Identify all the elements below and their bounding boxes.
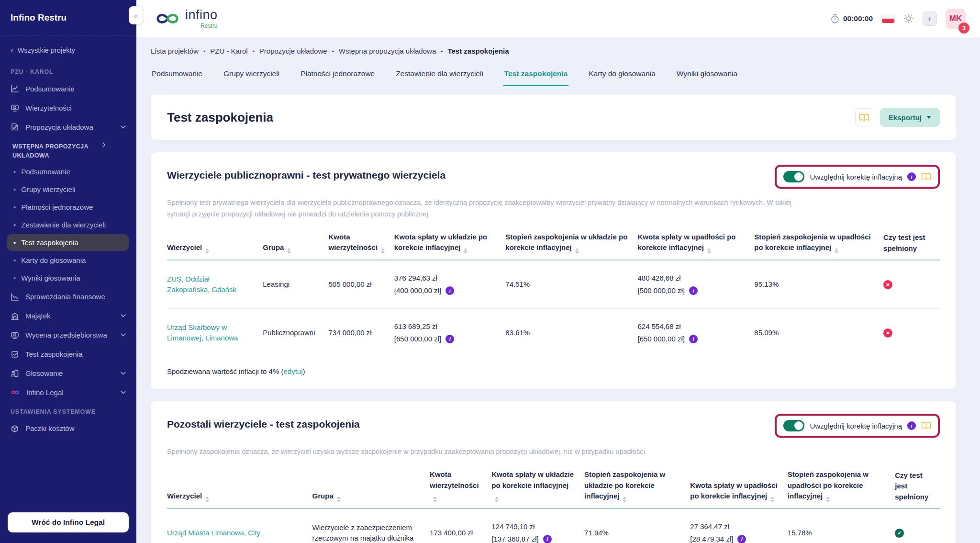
documentation-book-button[interactable] bbox=[855, 108, 873, 126]
session-timer[interactable]: 00:00:00 bbox=[831, 14, 873, 23]
claim-amount-cell: 173 400,00 zł bbox=[430, 529, 473, 537]
sidebar-item-sprawozdania-finansowe[interactable]: Sprawozdania finansowe bbox=[0, 287, 136, 306]
breadcrumb-item[interactable]: Propozycje układowe bbox=[259, 47, 327, 55]
tab-test-zaspokojenia[interactable]: Test zaspokojenia bbox=[503, 67, 568, 86]
sidebar-subitem-grupy-wierzycieli[interactable]: Grupy wierzycieli bbox=[7, 181, 129, 198]
notification-badge[interactable]: 3 bbox=[958, 23, 969, 34]
chevron-right-icon bbox=[102, 142, 106, 147]
remaining-creditors-section: Pozostali wierzyciele - test zaspokojeni… bbox=[151, 401, 956, 543]
sort-icon[interactable] bbox=[707, 248, 711, 254]
sidebar-subitem-karty-do-glosowania[interactable]: Karty do głosowania bbox=[7, 252, 129, 269]
sidebar-collapse-button[interactable] bbox=[129, 6, 143, 24]
sort-icon[interactable] bbox=[381, 248, 385, 254]
sort-icon[interactable] bbox=[205, 497, 209, 502]
info-icon[interactable] bbox=[689, 286, 698, 295]
edit-inflation-link[interactable]: edytuj bbox=[283, 367, 302, 375]
back-to-projects-link[interactable]: Wszystkie projekty bbox=[0, 41, 136, 62]
tab-karty-do-glosowania[interactable]: Karty do głosowania bbox=[588, 67, 657, 86]
sidebar-subitem-wyniki-glosowania[interactable]: Wyniki głosowania bbox=[7, 270, 129, 286]
language-flag-pl[interactable] bbox=[881, 14, 895, 23]
sidebar-item-infino-legal[interactable]: Infino Legal bbox=[0, 383, 136, 402]
back-to-infino-legal-button[interactable]: Wróć do Infino Legal bbox=[8, 512, 129, 532]
sidebar-item-propozycja-ukladowa[interactable]: Propozycja układowa bbox=[0, 117, 136, 136]
sort-icon[interactable] bbox=[433, 497, 437, 502]
info-icon[interactable] bbox=[737, 535, 746, 543]
sidebar-item-majatek[interactable]: Majątek bbox=[0, 306, 136, 326]
sidebar-subitem-zestawienie-dla-wierzycieli[interactable]: Zestawienie dla wierzycieli bbox=[7, 216, 129, 233]
creditor-link[interactable]: ZUS, Oddział Zakopiańska, Gdańsk bbox=[167, 275, 236, 294]
caret-down-icon bbox=[926, 116, 931, 119]
creditor-link[interactable]: Urząd Skarbowy w Limanowej, Limanowa bbox=[167, 323, 238, 342]
sort-icon[interactable] bbox=[835, 248, 838, 254]
sort-icon[interactable] bbox=[337, 497, 341, 502]
info-icon[interactable] bbox=[907, 421, 916, 430]
tab-zestawienie-dla-wierzycieli[interactable]: Zestawienie dla wierzycieli bbox=[395, 67, 484, 86]
logo[interactable]: infino Restru bbox=[155, 9, 218, 29]
info-icon[interactable] bbox=[445, 335, 454, 343]
sidebar-item-paczki-kosztow[interactable]: Paczki kosztów bbox=[0, 419, 136, 438]
bullet-icon bbox=[13, 168, 16, 176]
breadcrumb-item[interactable]: Wstępna propozycja układowa bbox=[339, 47, 436, 55]
sidebar-item-glosowanie[interactable]: Głosowanie bbox=[0, 364, 136, 383]
user-avatar[interactable]: MK 3 bbox=[946, 9, 966, 29]
app-title: Infino Restru bbox=[0, 0, 136, 35]
tab-wyniki-glosowania[interactable]: Wyniki głosowania bbox=[676, 67, 738, 86]
tab-platnosci-jednorazowe[interactable]: Płatności jednorazowe bbox=[300, 67, 376, 86]
bankruptcy-payment-nominal: [650 000,00 zł] bbox=[637, 334, 684, 345]
add-button[interactable] bbox=[923, 11, 937, 26]
sort-icon[interactable] bbox=[575, 248, 579, 254]
claim-amount-cell: 505 000,00 zł bbox=[329, 280, 372, 288]
sort-icon[interactable] bbox=[826, 497, 830, 502]
voting-icon bbox=[11, 369, 19, 378]
export-button[interactable]: Eksportuj bbox=[880, 108, 940, 127]
book-icon[interactable] bbox=[921, 173, 931, 181]
bankruptcy-ratio-cell: 95.13% bbox=[754, 280, 779, 288]
sidebar-item-wierzytelnosci[interactable]: Wierzytelności bbox=[0, 98, 136, 117]
book-icon bbox=[859, 113, 869, 122]
breadcrumb-separator bbox=[441, 47, 443, 55]
info-icon[interactable] bbox=[907, 172, 916, 181]
sidebar-item-test-zaspokojenia[interactable]: Test zaspokojenia bbox=[0, 345, 136, 364]
section-description: Spełniony zaspokojenia oznacza, że wierz… bbox=[167, 446, 794, 458]
sort-icon[interactable] bbox=[287, 248, 291, 254]
theme-sun-icon[interactable] bbox=[903, 13, 914, 24]
sort-icon[interactable] bbox=[770, 497, 774, 502]
sort-icon[interactable] bbox=[623, 497, 626, 502]
assets-icon bbox=[11, 312, 19, 320]
bankruptcy-ratio-cell: 85.09% bbox=[754, 328, 779, 337]
sidebar-subitem-test-zaspokojenia[interactable]: Test zaspokojenia bbox=[7, 234, 129, 251]
table-row: Urząd Miasta Limanowa, City Wierzyciele … bbox=[167, 509, 940, 543]
sidebar-subsection-wstepna-propozycja[interactable]: WSTĘPNA PROPOZYCJA UKŁADOWA bbox=[0, 136, 136, 162]
column-header: Kwota wierzytelności bbox=[329, 232, 394, 260]
sort-icon[interactable] bbox=[464, 248, 468, 254]
sort-icon[interactable] bbox=[205, 248, 209, 254]
tab-podsumowanie[interactable]: Podsumowanie bbox=[151, 67, 203, 86]
book-icon[interactable] bbox=[921, 422, 931, 430]
info-icon[interactable] bbox=[543, 535, 552, 543]
cost-packages-icon bbox=[11, 424, 19, 433]
table-header-row: Wierzyciel Grupa Kwota wierzytelności Kw… bbox=[167, 232, 940, 260]
sort-icon[interactable] bbox=[495, 497, 499, 502]
inflation-toggle[interactable] bbox=[783, 171, 804, 182]
sidebar-item-podsumowanie[interactable]: Podsumowanie bbox=[0, 79, 136, 98]
sidebar-item-wycena-przedsiebiorstwa[interactable]: Wycena przedsiębiorstwa bbox=[0, 326, 136, 345]
test-failed-icon bbox=[883, 280, 892, 289]
breadcrumb-item[interactable]: Lista projektów bbox=[151, 47, 199, 55]
group-cell: Leasingi bbox=[263, 280, 290, 288]
column-header: Kwota spłaty w upadłości po korekcie inf… bbox=[690, 469, 787, 509]
sidebar-subitem-podsumowanie[interactable]: Podsumowanie bbox=[7, 163, 129, 180]
sidebar-subitem-platnosci-jednorazowe[interactable]: Płatności jednorazowe bbox=[7, 199, 129, 215]
info-icon[interactable] bbox=[689, 335, 698, 343]
breadcrumb-item[interactable]: PZU - Karol bbox=[210, 47, 247, 55]
tab-grupy-wierzycieli[interactable]: Grupy wierzycieli bbox=[223, 67, 280, 86]
creditor-link[interactable]: Urząd Miasta Limanowa, City bbox=[167, 529, 260, 537]
main-area: infino Restru 00:00:00 MK 3 Lista projek… bbox=[136, 0, 980, 543]
info-icon[interactable] bbox=[445, 286, 454, 295]
arrangement-payment: 124 749,10 zł bbox=[491, 521, 576, 532]
section-description: Spełniony test prywatnego wierzyciela dl… bbox=[167, 197, 794, 220]
test-passed-icon bbox=[895, 529, 904, 538]
inflation-toggle[interactable] bbox=[783, 420, 804, 431]
title-actions: Eksportuj bbox=[855, 108, 940, 127]
table-header-row: Wierzyciel Grupa Kwota wierzytelności Kw… bbox=[167, 469, 940, 509]
bankruptcy-payment: 624 554,68 zł bbox=[637, 321, 746, 332]
